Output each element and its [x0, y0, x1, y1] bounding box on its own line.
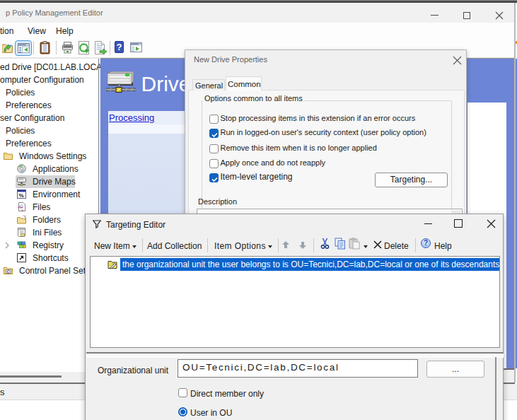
svg-text:+: +: [21, 208, 24, 212]
svg-text:%: %: [19, 192, 24, 199]
